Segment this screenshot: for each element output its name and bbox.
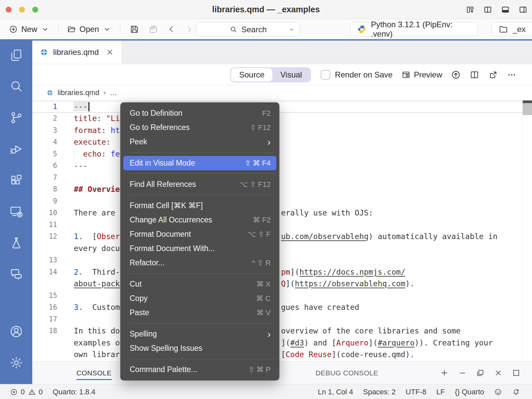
menu-item-show-spelling-issues[interactable]: Show Spelling Issues (123, 341, 276, 355)
activity-settings[interactable] (6, 353, 26, 373)
activity-account[interactable] (6, 322, 26, 341)
toggle-visual[interactable]: Visual (272, 68, 310, 81)
run-debug-icon (9, 142, 24, 156)
save-button[interactable] (129, 24, 139, 34)
add-icon[interactable] (440, 368, 449, 377)
zoom-window-button[interactable] (32, 7, 38, 13)
interpreter-selector[interactable]: Python 3.12.1 (PipEnv: .venv) (350, 22, 478, 36)
quarto-version[interactable]: Quarto: 1.8.4 (53, 388, 95, 396)
menu-item-command-palette[interactable]: Command Palette...⇧ ⌘ P (123, 362, 276, 377)
editor-context-menu: Go to DefinitionF2Go to References⇧ F12P… (120, 102, 279, 380)
menu-item-spelling[interactable]: Spelling› (123, 327, 276, 341)
search-icon (9, 79, 24, 94)
breadcrumb-file[interactable]: libraries.qmd (58, 88, 99, 97)
panel-right-icon[interactable] (519, 5, 527, 14)
scrollbar-thumb[interactable] (523, 103, 532, 115)
save-all-button[interactable] (148, 24, 158, 34)
panel-tab-label: DEBUG CONSOLE (316, 369, 378, 377)
more-actions-icon[interactable] (507, 70, 517, 80)
chevron-down-icon (102, 25, 112, 34)
encoding-setting[interactable]: UTF-8 (406, 388, 426, 396)
menu-item-refactor[interactable]: Refactor...^ ⇧ R (123, 256, 276, 270)
open-button[interactable]: Open (66, 23, 113, 36)
activity-remote[interactable] (6, 201, 26, 221)
split-editor-icon[interactable] (469, 70, 479, 80)
render-icon[interactable] (451, 70, 461, 80)
problems-warnings[interactable]: 0 (28, 388, 43, 396)
global-search-input[interactable]: Search (196, 22, 300, 37)
preview-button[interactable]: Preview (401, 70, 442, 79)
indentation-setting[interactable]: Spaces: 2 (363, 388, 396, 396)
panel-tab-console[interactable]: CONSOLE (76, 362, 112, 384)
tab-label: libraries.qmd (53, 48, 99, 57)
editor-scrollbar[interactable] (522, 100, 532, 361)
menu-item-label: Command Palette... (130, 365, 248, 374)
activity-run-debug[interactable] (6, 139, 26, 159)
panel-bottom-icon[interactable] (501, 5, 510, 14)
menu-item-paste[interactable]: Paste⌘ V (123, 306, 276, 320)
minimize-icon[interactable] (458, 368, 467, 377)
overview-ruler-cursor-marker (523, 100, 532, 103)
bell-icon (512, 388, 520, 396)
menu-item-format-cell-k-f[interactable]: Format Cell [⌘K ⌘F] (123, 199, 276, 213)
line-number: 10 (32, 209, 57, 217)
menu-item-format-document[interactable]: Format Document⌥ ⇧ F (123, 227, 276, 241)
navigate-back-button[interactable] (167, 25, 176, 34)
menu-divider (130, 273, 275, 274)
panel-left-icon[interactable] (483, 5, 492, 14)
panel-tab-debug-console[interactable]: DEBUG CONSOLE (316, 362, 378, 384)
feedback-button[interactable] (494, 388, 502, 396)
breadcrumb-more[interactable]: … (110, 88, 117, 97)
menu-item-go-to-references[interactable]: Go to References⇧ F12 (123, 120, 276, 135)
layout-customize-icon[interactable] (466, 5, 474, 14)
bottom-panel-tab-strip: CONSOLETERMINALDEBUG CONSOLE (32, 361, 532, 384)
top-action-bar: New Open Search Python 3.12.1 (PipEnv: .… (0, 19, 532, 39)
activity-testing[interactable] (6, 233, 26, 253)
eol-setting[interactable]: LF (436, 388, 445, 396)
activity-source-control[interactable] (6, 108, 26, 128)
menu-item-copy[interactable]: Copy⌘ C (123, 291, 276, 306)
cursor-position[interactable]: Ln 1, Col 4 (318, 388, 353, 396)
new-button[interactable]: New (7, 23, 51, 36)
line-number: 4 (32, 138, 57, 146)
menu-item-cut[interactable]: Cut⌘ X (123, 277, 276, 291)
activity-search[interactable] (6, 76, 26, 96)
render-on-save: Render on Save (321, 70, 392, 79)
line-number: 1 (32, 103, 57, 111)
line-number: 13 (32, 256, 57, 264)
activity-extensions[interactable] (6, 170, 26, 190)
open-in-new-window-icon[interactable] (488, 70, 498, 80)
navigate-forward-button[interactable] (185, 25, 194, 34)
editor-tab-strip: libraries.qmd (32, 41, 532, 64)
close-tab-icon[interactable] (105, 48, 114, 57)
tab-libraries-qmd[interactable]: libraries.qmd (32, 41, 122, 64)
menu-item-edit-in-visual-mode[interactable]: Edit in Visual Mode⇧ ⌘ F4 (123, 156, 276, 170)
render-on-save-checkbox[interactable] (321, 70, 330, 79)
close-window-button[interactable] (6, 7, 12, 13)
notifications-button[interactable] (512, 388, 520, 396)
language-mode[interactable]: {} Quarto (455, 388, 484, 396)
testing-icon (9, 235, 24, 250)
search-placeholder: Search (241, 25, 267, 34)
menu-item-change-all-occurrences[interactable]: Change All Occurrences⌘ F2 (123, 213, 276, 227)
menu-item-peek[interactable]: Peek› (123, 135, 276, 149)
activity-comments[interactable] (6, 264, 26, 284)
window-title: libraries.qmd — _examples (0, 5, 532, 14)
maximize-icon[interactable] (512, 368, 521, 377)
activity-bar (0, 41, 32, 384)
menu-item-find-all-references[interactable]: Find All References⌥ ⇧ F12 (123, 177, 276, 192)
menu-item-shortcut: ⌘ C (256, 294, 271, 303)
minimize-window-button[interactable] (19, 7, 25, 13)
files-icon (9, 48, 24, 63)
toggle-source[interactable]: Source (231, 68, 272, 81)
problems-errors[interactable]: 0 (10, 388, 25, 396)
menu-item-format-document-with[interactable]: Format Document With... (123, 241, 276, 256)
close-icon[interactable] (494, 368, 503, 377)
activity-files[interactable] (6, 45, 26, 65)
restore-icon[interactable] (476, 368, 485, 377)
menu-item-go-to-definition[interactable]: Go to DefinitionF2 (123, 106, 276, 120)
workspace-folder-button[interactable]: _ex (491, 22, 532, 36)
chevron-down-icon (41, 25, 50, 34)
menu-item-shortcut: ⌘ V (256, 309, 271, 317)
code-editor[interactable]: 1---2title: "Li3format: ht4execute:5 ech… (32, 100, 532, 361)
